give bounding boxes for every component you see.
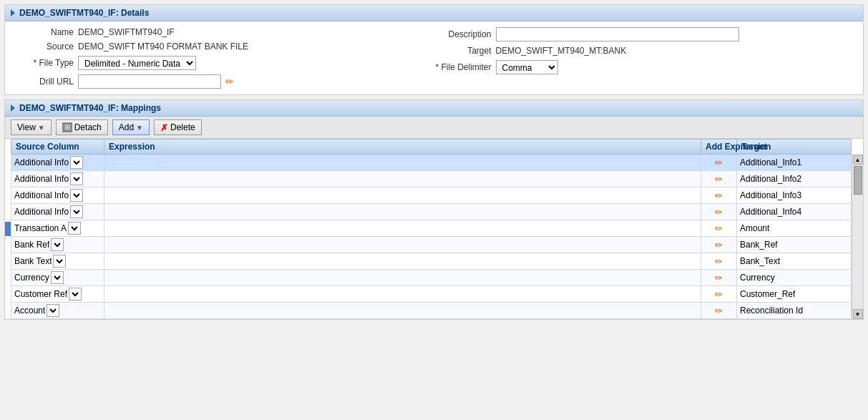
add-button[interactable]: Add ▼ bbox=[112, 119, 150, 135]
expression-input[interactable] bbox=[107, 223, 698, 233]
expression-input[interactable] bbox=[107, 273, 698, 283]
source-value: DEMO_SWIFT MT940 FORMAT BANK FILE bbox=[78, 41, 248, 52]
add-expression-cell[interactable]: ✏ bbox=[701, 237, 737, 253]
add-expression-cell[interactable]: ✏ bbox=[701, 220, 737, 237]
drill-url-input[interactable] bbox=[78, 74, 221, 89]
expression-cell[interactable] bbox=[104, 187, 701, 204]
add-expression-cell[interactable]: ✏ bbox=[701, 270, 737, 286]
source-dropdown[interactable] bbox=[51, 238, 64, 251]
add-expression-cell[interactable]: ✏ bbox=[701, 303, 737, 319]
view-label: View bbox=[17, 122, 36, 132]
add-expression-cell[interactable]: ✏ bbox=[701, 187, 737, 204]
expression-cell[interactable] bbox=[104, 270, 701, 286]
expression-input[interactable] bbox=[107, 207, 698, 217]
table-row[interactable]: Account✏Reconciliation Id bbox=[11, 303, 852, 319]
collapse-icon[interactable] bbox=[11, 9, 15, 16]
source-dropdown[interactable] bbox=[69, 288, 82, 301]
add-expression-cell[interactable]: ✏ bbox=[701, 155, 737, 171]
file-delimiter-row: * File Delimiter Comma Tab Semicolon Pip… bbox=[434, 60, 852, 74]
col-source: Source Column bbox=[11, 140, 104, 155]
table-header: Source Column Expression Add Expression … bbox=[11, 140, 852, 155]
add-expression-cell[interactable]: ✏ bbox=[701, 204, 737, 220]
detach-button[interactable]: ⊞ Detach bbox=[56, 119, 108, 135]
source-text: Customer Ref bbox=[14, 289, 67, 299]
expression-cell[interactable] bbox=[104, 303, 701, 319]
source-dropdown[interactable] bbox=[53, 255, 66, 268]
details-form: Name DEMO_SWIFTMT940_IF Source DEMO_SWIF… bbox=[5, 21, 863, 94]
target-cell: Reconciliation Id bbox=[737, 303, 852, 319]
source-row: Source DEMO_SWIFT MT940 FORMAT BANK FILE bbox=[16, 41, 434, 52]
expression-input[interactable] bbox=[107, 256, 698, 266]
table-row[interactable]: Additional Info✏Additional_Info3 bbox=[11, 187, 852, 204]
source-dropdown[interactable] bbox=[51, 271, 64, 284]
col-expression: Expression bbox=[104, 140, 701, 155]
scroll-thumb[interactable] bbox=[854, 166, 862, 195]
file-delimiter-select[interactable]: Comma Tab Semicolon Pipe bbox=[496, 60, 558, 74]
expression-input[interactable] bbox=[107, 289, 698, 299]
source-cell: Additional Info bbox=[11, 171, 104, 187]
source-cell: Additional Info bbox=[11, 155, 104, 171]
vertical-scrollbar[interactable]: ▲ ▼ bbox=[852, 155, 863, 319]
expression-cell[interactable] bbox=[104, 204, 701, 220]
source-dropdown[interactable] bbox=[70, 189, 83, 202]
target-value: DEMO_SWIFT_MT940_MT:BANK bbox=[496, 46, 627, 56]
target-cell: Amount bbox=[737, 220, 852, 237]
expression-input[interactable] bbox=[107, 306, 698, 316]
expression-cell[interactable] bbox=[104, 253, 701, 270]
table-row[interactable]: Transaction A✏Amount bbox=[11, 220, 852, 237]
table-row[interactable]: Customer Ref✏Customer_Ref bbox=[11, 286, 852, 303]
expression-input[interactable] bbox=[107, 157, 698, 167]
target-label: Target bbox=[434, 46, 492, 56]
expression-cell[interactable] bbox=[104, 220, 701, 237]
drill-url-edit-icon[interactable]: ✏ bbox=[225, 76, 234, 87]
source-cell: Currency bbox=[11, 270, 104, 286]
source-dropdown[interactable] bbox=[47, 304, 59, 317]
delete-button[interactable]: ✗ Delete bbox=[154, 119, 202, 135]
target-cell: Customer_Ref bbox=[737, 286, 852, 303]
details-left-col: Name DEMO_SWIFTMT940_IF Source DEMO_SWIF… bbox=[16, 27, 434, 89]
mappings-panel: DEMO_SWIFTMT940_IF: Mappings View ▼ ⊞ De… bbox=[4, 99, 864, 320]
col-target: Target bbox=[737, 140, 852, 155]
expression-cell[interactable] bbox=[104, 171, 701, 187]
table-row[interactable]: Additional Info✏Additional_Info1 bbox=[11, 155, 852, 171]
left-indicator bbox=[5, 222, 11, 236]
view-button[interactable]: View ▼ bbox=[11, 119, 52, 135]
file-type-select[interactable]: Delimited - Numeric Data Delimited Fixed… bbox=[78, 56, 196, 70]
description-label: Description bbox=[434, 29, 492, 39]
table-row[interactable]: Bank Ref✏Bank_Ref bbox=[11, 237, 852, 253]
expression-input[interactable] bbox=[107, 190, 698, 200]
mappings-panel-title: DEMO_SWIFTMT940_IF: Mappings bbox=[19, 103, 161, 113]
scroll-down-arrow[interactable]: ▼ bbox=[853, 309, 863, 319]
description-input[interactable] bbox=[496, 27, 739, 41]
source-text: Additional Info bbox=[14, 157, 69, 167]
scroll-up-arrow[interactable]: ▲ bbox=[853, 155, 863, 165]
source-dropdown[interactable] bbox=[68, 222, 81, 235]
mapping-table-wrapper[interactable]: Source Column Expression Add Expression … bbox=[11, 139, 852, 319]
source-text: Bank Ref bbox=[14, 240, 49, 250]
details-right-col: Description Target DEMO_SWIFT_MT940_MT:B… bbox=[434, 27, 852, 89]
source-dropdown[interactable] bbox=[70, 205, 83, 218]
add-expression-cell[interactable]: ✏ bbox=[701, 253, 737, 270]
target-cell: Additional_Info1 bbox=[737, 155, 852, 171]
table-row[interactable]: Bank Text✏Bank_Text bbox=[11, 253, 852, 270]
detach-icon: ⊞ bbox=[62, 122, 72, 132]
expression-cell[interactable] bbox=[104, 237, 701, 253]
add-label: Add bbox=[119, 122, 134, 132]
mappings-table: Source Column Expression Add Expression … bbox=[11, 139, 852, 319]
mappings-toolbar: View ▼ ⊞ Detach Add ▼ ✗ Delete bbox=[5, 117, 863, 139]
description-row: Description bbox=[434, 27, 852, 41]
expression-input[interactable] bbox=[107, 240, 698, 250]
source-cell: Additional Info bbox=[11, 204, 104, 220]
source-dropdown[interactable] bbox=[70, 156, 83, 169]
table-row[interactable]: Additional Info✏Additional_Info2 bbox=[11, 171, 852, 187]
table-row[interactable]: Currency✏Currency bbox=[11, 270, 852, 286]
add-expression-cell[interactable]: ✏ bbox=[701, 171, 737, 187]
expression-cell[interactable] bbox=[104, 155, 701, 171]
collapse-mappings-icon[interactable] bbox=[11, 104, 15, 112]
source-dropdown[interactable] bbox=[70, 172, 83, 185]
add-expression-cell[interactable]: ✏ bbox=[701, 286, 737, 303]
source-cell: Bank Ref bbox=[11, 237, 104, 253]
expression-cell[interactable] bbox=[104, 286, 701, 303]
table-row[interactable]: Additional Info✏Additional_Info4 bbox=[11, 204, 852, 220]
expression-input[interactable] bbox=[107, 174, 698, 184]
